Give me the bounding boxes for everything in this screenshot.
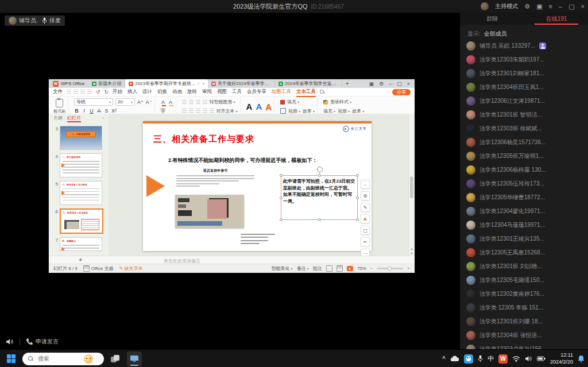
grow-font-button[interactable]: A⁺ [137, 99, 144, 105]
theme-button[interactable]: Office 主题 [83, 265, 114, 272]
ribbon-tab[interactable]: 设计 [142, 88, 152, 95]
taskbar-search[interactable] [22, 353, 104, 365]
member-row[interactable]: 法学类12302黄南婷176... [460, 287, 588, 301]
slide-thumbnail-preview[interactable]: 三、相关准备工作与要求 [60, 208, 103, 234]
popout-window-icon[interactable]: ▣ [536, 3, 542, 10]
ribbon-tab[interactable]: 动画 [172, 88, 182, 95]
microphone-tray-icon[interactable] [478, 355, 483, 362]
wifi-icon[interactable] [512, 356, 520, 362]
mini-tool-button[interactable]: ⚙ [361, 191, 370, 200]
slide-thumbnail[interactable]: 4 二、学生返校须知 [49, 152, 109, 179]
wps-maximize-button[interactable]: ▢ [397, 81, 402, 87]
slide-thumbnail[interactable]: 7 四、温馨提示 [49, 235, 109, 253]
format-button[interactable]: B [74, 108, 79, 114]
member-row[interactable]: 法学类12305伍玲玲173... [460, 177, 588, 191]
favorite-star-icon[interactable]: ☆ [197, 82, 200, 86]
mic-queue-chip[interactable]: 排麦 [38, 16, 65, 26]
ribbon-tab[interactable]: 插入 [127, 88, 137, 95]
member-row[interactable]: 法学类12304班 张恒语... [460, 329, 588, 342]
font-color-button[interactable]: A [161, 99, 166, 105]
collapse-panel-icon[interactable]: ‹ [102, 115, 104, 121]
member-row[interactable]: 法学类12306杨梓藤 130... [460, 163, 588, 177]
save-icon[interactable] [67, 90, 71, 94]
slide-thumbnail-preview[interactable]: 二、学生返校须知 [60, 153, 102, 177]
numbered-list-icon[interactable] [189, 100, 194, 105]
mini-tool-button[interactable]: ✎ [361, 203, 370, 212]
qq-tray-icon[interactable] [464, 354, 473, 364]
comments-button[interactable]: 批注 [313, 265, 322, 272]
wps-layout-icon[interactable]: ▣ [369, 81, 374, 87]
ribbon-search-icon[interactable] [320, 90, 325, 95]
highlight-color-button[interactable]: A [168, 99, 173, 105]
document-tab[interactable]: W 关于做好2024年春季学期开学工作... [208, 79, 275, 88]
member-row[interactable]: 法学12305华继蕾18772... [460, 191, 588, 204]
member-row[interactable]: 法学类12305班万瑜明1... [460, 149, 588, 163]
scroll-down-icon[interactable]: ▾ [409, 252, 415, 255]
maximize-button[interactable]: ▢ [568, 3, 574, 10]
document-tab[interactable]: ⊕ 新版本介绍 [88, 79, 125, 88]
member-list[interactable]: 辅导员 吴皖 133297... 法学类12303朱韶韵197... 法学类12… [460, 37, 588, 349]
minimize-button[interactable]: – [559, 3, 562, 10]
format-button[interactable]: X² [111, 108, 117, 114]
document-tab[interactable]: S 2024年春季学期学生返校行程统... [275, 79, 342, 88]
battery-icon[interactable] [537, 356, 546, 361]
mini-tool-button[interactable]: ✂ [361, 237, 370, 246]
format-button[interactable]: S [104, 108, 109, 114]
resize-handle[interactable] [318, 218, 321, 221]
format-button[interactable]: A [96, 108, 102, 114]
text-style-preset[interactable]: A [256, 102, 262, 111]
slide-thumbnail[interactable]: 3 一、开学具体安排 [49, 124, 109, 152]
tab-group-chat[interactable]: 群聊 [460, 13, 524, 25]
host-avatar[interactable] [481, 2, 489, 10]
clock[interactable]: 12:11 2024/2/20 [550, 352, 573, 365]
member-row[interactable]: 法学类12301班 智明洁... [460, 108, 588, 122]
ribbon-tab[interactable]: 文本工具 [296, 88, 316, 95]
bullet-list-icon[interactable] [182, 100, 187, 105]
slide-thumbnail[interactable]: 6 三、相关准备工作与要求 [49, 207, 109, 235]
active-app-icon[interactable] [127, 351, 142, 366]
file-menu[interactable]: 文件 [53, 88, 63, 95]
member-row[interactable]: 法学12306江文涛19871... [460, 94, 588, 108]
format-button[interactable]: U [89, 108, 94, 114]
increase-indent-icon[interactable] [203, 100, 207, 105]
add-slide-button[interactable]: + [79, 256, 82, 263]
member-row[interactable]: 辅导员 吴皖 133297... [460, 39, 588, 53]
current-slide[interactable]: 长江大学 三、相关准备工作与要求 2.有特殊情况不能如期到校的同学，可办理延迟手… [143, 121, 372, 251]
mini-tool-button[interactable]: ▢ [361, 226, 370, 235]
ribbon-tab[interactable]: 工具 [232, 88, 242, 95]
tab-close-icon[interactable]: × [202, 82, 204, 86]
text-style-preset[interactable]: A [246, 102, 253, 111]
paste-icon[interactable] [56, 99, 63, 107]
notes-button[interactable]: 备注 [297, 265, 309, 272]
scroll-up-icon[interactable]: ▴ [409, 247, 415, 250]
member-row[interactable]: 法学类12303卢嘉兴(156... [460, 342, 588, 349]
wps-close-button[interactable]: × [407, 81, 410, 87]
missing-font-warning[interactable]: ✎ 缺失字体 [119, 265, 143, 272]
member-row[interactable]: 法学12305王禹惠15268... [460, 246, 588, 260]
wps-app-button[interactable]: W WPS Office [49, 79, 88, 88]
wps-tray-icon[interactable]: W [498, 354, 508, 364]
wps-minimize-button[interactable]: – [389, 81, 392, 87]
line-spacing-icon[interactable] [210, 109, 214, 113]
notification-bell-icon[interactable] [578, 355, 585, 362]
tray-chevron-up-icon[interactable]: ^ [442, 356, 446, 362]
resize-handle[interactable] [356, 218, 359, 221]
align-left-icon[interactable] [182, 109, 187, 113]
search-input[interactable] [37, 355, 80, 362]
slide-thumbnail-preview[interactable]: 四、温馨提示 [60, 237, 102, 251]
shrink-font-button[interactable]: A⁻ [146, 99, 152, 105]
zoom-slider[interactable] [377, 268, 403, 269]
weather-cloud-icon[interactable] [450, 356, 459, 362]
text-fill-button[interactable]: 填充 [287, 99, 299, 105]
wps-settings-gear-icon[interactable]: ⚙ [379, 81, 384, 87]
align-center-icon[interactable] [189, 109, 194, 113]
member-row[interactable]: 法学类12303朱韶韵197... [460, 53, 588, 67]
slide-thumbnail[interactable]: 5 三、相关准备工作与要求 [49, 179, 109, 207]
member-row[interactable]: 法学类12301王竣兴135... [460, 232, 588, 246]
slideshow-play-button[interactable] [347, 266, 353, 271]
member-row[interactable]: 法学12306杨奕1571736... [460, 136, 588, 149]
resize-handle[interactable] [280, 196, 283, 199]
zoom-in-icon[interactable]: + [407, 266, 410, 271]
member-row[interactable]: 法学类12304班田玉凤1... [460, 80, 588, 94]
resize-handle[interactable] [318, 174, 321, 177]
